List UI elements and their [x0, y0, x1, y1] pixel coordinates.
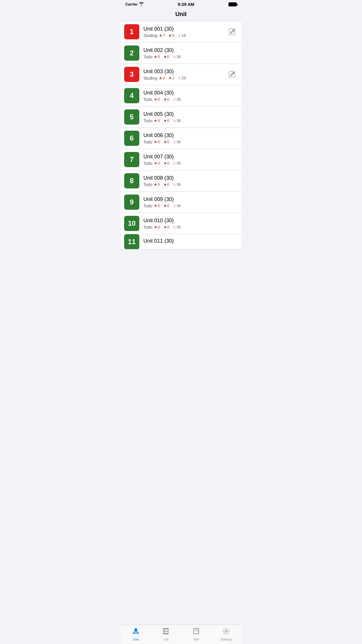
star-outline-icon: ☆: [178, 76, 181, 80]
star-group: ★0: [164, 182, 169, 187]
unit-item[interactable]: 5Unit 005 (30)Todo★0★0☆30: [121, 106, 241, 128]
unit-badge: 2: [124, 46, 139, 61]
star-group: ★5: [168, 33, 174, 38]
status-label: Studing: [143, 33, 157, 38]
unit-item[interactable]: 4Unit 004 (30)Todo★0★0☆30: [121, 85, 241, 106]
unit-status-line: Todo★0★0☆30: [143, 97, 237, 102]
star-count: 0: [158, 55, 160, 59]
unit-status-line: Todo★0★0☆30: [143, 161, 237, 166]
status-bar: Carrier 9:29 AM: [121, 0, 241, 8]
unit-info: Unit 006 (30)Todo★0★0☆30: [143, 132, 237, 144]
star-count: 0: [158, 140, 160, 144]
star-count: 0: [167, 55, 169, 59]
star-group: ★0: [159, 76, 165, 80]
status-label: Studing: [143, 76, 157, 80]
unit-name: Unit 002 (30): [143, 47, 237, 53]
star-group: ☆29: [178, 76, 186, 80]
unit-item[interactable]: 8Unit 008 (30)Todo★0★0☆30: [121, 170, 241, 192]
star-filled-icon: ★: [154, 161, 157, 165]
star-count: 0: [158, 97, 160, 102]
edit-button[interactable]: [227, 70, 237, 79]
star-filled-icon: ★: [154, 118, 157, 123]
page-title: Unit: [121, 8, 241, 21]
star-group: ★0: [164, 140, 169, 144]
star-filled-icon: ★: [164, 55, 167, 59]
unit-badge: 10: [124, 216, 139, 231]
star-group: ☆18: [178, 33, 186, 38]
star-filled-icon: ★: [164, 225, 167, 229]
unit-name: Unit 008 (30): [143, 175, 237, 181]
star-count: 0: [158, 182, 160, 187]
star-outline-icon: ☆: [173, 118, 176, 123]
unit-status-line: Todo★0★0☆30: [143, 55, 237, 59]
star-group: ☆30: [173, 55, 181, 59]
unit-badge: 8: [124, 173, 139, 188]
star-filled-icon: ★: [168, 33, 172, 38]
unit-list[interactable]: 1Unit 001 (30)Studing★7★5☆18 2Unit 002 (…: [121, 21, 241, 249]
star-filled-icon: ★: [154, 225, 157, 229]
star-group: ★0: [154, 225, 160, 229]
unit-badge: 6: [124, 131, 139, 146]
star-group: ★0: [154, 97, 160, 102]
star-outline-icon: ☆: [173, 182, 176, 187]
unit-info: Unit 003 (30)Studing★0★1☆29: [143, 69, 227, 80]
star-group: ★0: [154, 118, 160, 123]
star-outline-icon: ☆: [173, 55, 176, 59]
star-filled-icon: ★: [154, 97, 157, 102]
star-count: 0: [167, 182, 169, 187]
star-group: ★0: [164, 118, 169, 123]
status-label: Todo: [143, 140, 152, 144]
star-filled-icon: ★: [164, 140, 167, 144]
status-label: Todo: [143, 161, 152, 166]
star-count: 0: [158, 118, 160, 123]
unit-item[interactable]: 3Unit 003 (30)Studing★0★1☆29: [121, 64, 241, 85]
unit-item[interactable]: 7Unit 007 (30)Todo★0★0☆30: [121, 149, 241, 170]
star-count: 30: [177, 182, 181, 187]
star-filled-icon: ★: [164, 118, 167, 123]
star-group: ☆30: [173, 225, 181, 229]
unit-item[interactable]: 10Unit 010 (30)Todo★0★0☆30: [121, 213, 241, 234]
star-count: 30: [177, 140, 181, 144]
star-outline-icon: ☆: [173, 204, 176, 208]
star-count: 7: [163, 33, 165, 38]
unit-name: Unit 006 (30): [143, 132, 237, 139]
edit-button[interactable]: [227, 27, 237, 36]
unit-item[interactable]: 1Unit 001 (30)Studing★7★5☆18: [121, 21, 241, 43]
star-count: 0: [158, 204, 160, 208]
star-group: ☆30: [173, 204, 181, 208]
unit-item[interactable]: 2Unit 002 (30)Todo★0★0☆30: [121, 43, 241, 64]
star-group: ☆30: [173, 118, 181, 123]
star-count: 29: [182, 76, 186, 80]
unit-item-partial[interactable]: 11Unit 011 (30): [121, 234, 241, 249]
star-filled-icon: ★: [154, 182, 157, 187]
carrier-label: Carrier: [125, 2, 138, 6]
unit-status-line: Todo★0★0☆30: [143, 204, 237, 208]
star-outline-icon: ☆: [173, 97, 176, 102]
unit-item[interactable]: 9Unit 009 (30)Todo★0★0☆30: [121, 192, 241, 213]
star-count: 18: [182, 33, 186, 38]
star-group: ★0: [154, 182, 160, 187]
star-group: ★0: [154, 161, 160, 165]
star-group: ☆30: [173, 161, 181, 165]
star-outline-icon: ☆: [173, 161, 176, 165]
unit-status-line: Studing★7★5☆18: [143, 33, 227, 38]
unit-info: Unit 005 (30)Todo★0★0☆30: [143, 111, 237, 123]
star-count: 0: [158, 161, 160, 165]
unit-item[interactable]: 6Unit 006 (30)Todo★0★0☆30: [121, 128, 241, 149]
star-count: 30: [177, 97, 181, 102]
star-filled-icon: ★: [164, 161, 167, 165]
star-count: 0: [167, 140, 169, 144]
unit-info: Unit 008 (30)Todo★0★0☆30: [143, 175, 237, 187]
unit-badge: 9: [124, 195, 139, 210]
time-label: 9:29 AM: [178, 2, 194, 7]
unit-name: Unit 004 (30): [143, 90, 237, 96]
unit-status-line: Todo★0★0☆30: [143, 118, 237, 123]
unit-status-line: Todo★0★0☆30: [143, 225, 237, 230]
unit-badge: 4: [124, 88, 139, 103]
unit-name: Unit 005 (30): [143, 111, 237, 117]
star-count: 5: [172, 33, 174, 38]
star-count: 0: [158, 225, 160, 229]
unit-status-line: Todo★0★0☆30: [143, 140, 237, 144]
star-count: 30: [177, 161, 181, 165]
star-count: 0: [167, 118, 169, 123]
